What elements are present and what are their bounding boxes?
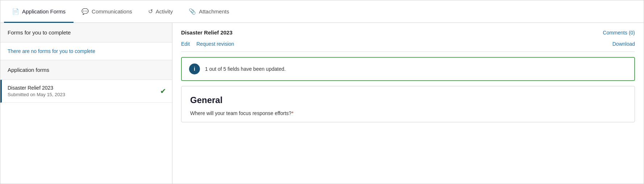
tab-application-forms[interactable]: 📄 Application Forms (4, 1, 74, 23)
form-item-subtitle: Submitted on May 15, 2023 (8, 92, 65, 97)
info-banner: i 1 out of 5 fields have been updated. (181, 57, 635, 81)
required-star: * (292, 110, 293, 116)
right-panel-title: Disaster Relief 2023 (181, 29, 233, 36)
actions-left: Edit Request revision (181, 41, 234, 47)
main-container: 📄 Application Forms 💬 Communications ↺ A… (0, 0, 644, 184)
field-label: Where will your team focus response effo… (190, 110, 626, 116)
request-revision-link[interactable]: Request revision (196, 41, 234, 47)
tab-application-forms-label: Application Forms (22, 8, 66, 15)
general-section: General Where will your team focus respo… (181, 86, 635, 122)
form-submitted-icon: ✔ (160, 87, 166, 95)
tab-communications-label: Communications (92, 8, 132, 15)
info-icon: i (189, 64, 200, 74)
application-forms-icon: 📄 (12, 8, 19, 15)
actions-right: Download (612, 41, 635, 47)
communications-icon: 💬 (81, 8, 89, 15)
form-list-item[interactable]: Disaster Relief 2023 Submitted on May 15… (0, 80, 172, 103)
edit-link[interactable]: Edit (181, 41, 190, 47)
right-header: Disaster Relief 2023 Comments (0) (181, 29, 635, 36)
form-item-title: Disaster Relief 2023 (8, 85, 65, 91)
main-content: Forms for you to complete There are no f… (0, 23, 644, 184)
tab-bar: 📄 Application Forms 💬 Communications ↺ A… (0, 0, 644, 23)
tab-attachments[interactable]: 📎 Attachments (181, 1, 237, 23)
tab-activity[interactable]: ↺ Activity (140, 1, 181, 23)
attachments-icon: 📎 (189, 8, 196, 15)
right-panel: Disaster Relief 2023 Comments (0) Edit R… (172, 23, 644, 184)
tab-communications[interactable]: 💬 Communications (74, 1, 140, 23)
info-banner-text: 1 out of 5 fields have been updated. (205, 66, 286, 72)
comments-link[interactable]: Comments (0) (603, 30, 635, 36)
activity-icon: ↺ (148, 8, 153, 15)
left-panel: Forms for you to complete There are no f… (0, 23, 172, 184)
general-section-title: General (190, 95, 626, 105)
download-link[interactable]: Download (612, 41, 635, 47)
form-item-info: Disaster Relief 2023 Submitted on May 15… (8, 85, 65, 97)
forms-to-complete-header: Forms for you to complete (0, 23, 172, 42)
no-forms-message: There are no forms for you to complete (0, 42, 172, 60)
tab-activity-label: Activity (156, 8, 173, 15)
application-forms-header: Application forms (0, 60, 172, 80)
actions-row: Edit Request revision Download (181, 41, 635, 52)
tab-attachments-label: Attachments (199, 8, 229, 15)
